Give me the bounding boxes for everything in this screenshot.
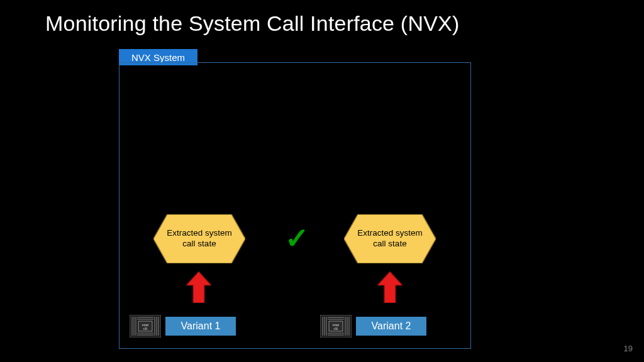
chip-arch-text: x86 [143, 327, 148, 331]
check-icon: ✓ [285, 221, 309, 255]
svg-marker-2 [186, 272, 211, 303]
slide-number: 19 [624, 344, 633, 353]
chip-arch-text: x86 [333, 327, 338, 331]
hex-left-label: Extracted system call state [153, 228, 245, 250]
hex-extracted-state-right: Extracted system call state [344, 214, 436, 263]
arrow-up-icon-left [186, 272, 211, 303]
arrow-up-icon-right [377, 272, 402, 303]
slide-title: Monitoring the System Call Interface (NV… [45, 11, 459, 36]
chip-brand-text: intel [142, 323, 148, 327]
intel-chip-icon-right: intel x86 [320, 315, 352, 337]
nvx-system-box [119, 62, 471, 349]
hex-extracted-state-left: Extracted system call state [153, 214, 245, 263]
svg-marker-3 [377, 272, 402, 303]
chip-brand-text: intel [333, 323, 339, 327]
hex-right-label: Extracted system call state [344, 228, 436, 250]
variant-1-label: Variant 1 [165, 317, 236, 336]
intel-chip-icon-left: intel x86 [130, 315, 161, 337]
variant-2-label: Variant 2 [356, 317, 426, 336]
